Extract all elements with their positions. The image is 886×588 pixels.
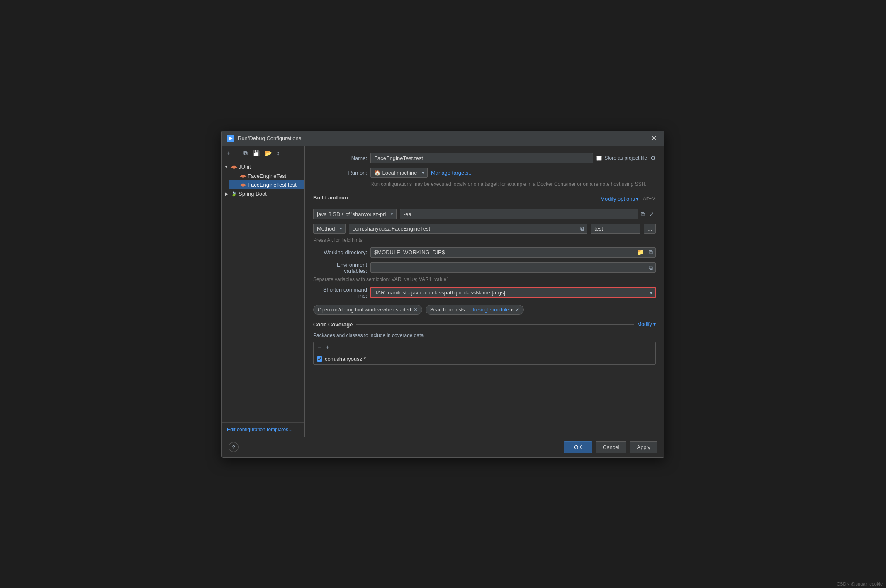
packages-list: com.shanyousz.* xyxy=(314,353,655,364)
packages-remove-btn[interactable]: − xyxy=(317,344,322,351)
right-panel: Name: Store as project file ⚙ Run on: 🏠 … xyxy=(305,146,664,437)
junit-arrow: ▾ xyxy=(225,165,229,169)
child-junit-icon-2: ◀▶ xyxy=(240,182,246,187)
help-button[interactable]: ? xyxy=(229,442,239,452)
working-directory-label: Working directory: xyxy=(313,249,367,255)
env-vars-input[interactable] xyxy=(371,263,646,272)
bottom-buttons: OK Cancel Apply xyxy=(564,441,657,453)
java-sdk-row: java 8 SDK of 'shanyousz-pri ⧉ ⤢ xyxy=(313,209,656,219)
apply-button[interactable]: Apply xyxy=(630,441,657,453)
tree-group-junit[interactable]: ▾ ◀▶ JUnit xyxy=(222,162,304,172)
env-vars-row: Environment variables: ⧉ xyxy=(313,262,656,274)
sort-config-button[interactable]: ↕ xyxy=(275,149,281,157)
edit-templates-link[interactable]: Edit configuration templates... xyxy=(222,422,304,437)
ea-input[interactable] xyxy=(400,209,638,219)
coverage-divider-line xyxy=(356,324,634,325)
package-checkbox[interactable] xyxy=(317,356,322,362)
shorten-row: Shorten command line: JAR manifest - jav… xyxy=(313,287,656,299)
tag-run-debug: Open run/debug tool window when started … xyxy=(313,305,422,315)
dots-button[interactable]: ... xyxy=(644,224,656,234)
run-on-label: Run on: xyxy=(313,170,367,176)
run-on-select[interactable]: 🏠 Local machine xyxy=(370,168,428,178)
build-run-label: Build and run xyxy=(313,194,348,201)
title-bar: ▶ Run/Debug Configurations ✕ xyxy=(222,131,664,146)
shorten-select[interactable]: JAR manifest - java -cp classpath.jar cl… xyxy=(370,287,656,298)
class-copy-btn[interactable]: ⧉ xyxy=(578,224,587,233)
tag-run-debug-label: Open run/debug tool window when started xyxy=(318,307,411,313)
tag-search-tests-close[interactable]: ✕ xyxy=(515,307,519,313)
cancel-button[interactable]: Cancel xyxy=(596,441,626,453)
gear-icon[interactable]: ⚙ xyxy=(650,155,656,161)
name-input[interactable] xyxy=(370,153,593,163)
ok-button[interactable]: OK xyxy=(564,441,592,453)
tree-group-spring-boot[interactable]: ▶ 🍃 Spring Boot xyxy=(222,189,304,199)
tags-row: Open run/debug tool window when started … xyxy=(313,305,656,315)
face-engine-test-test-label: FaceEngineTest.test xyxy=(248,182,297,188)
ea-expand-icon-btn[interactable]: ⤢ xyxy=(647,210,656,218)
face-engine-test-label: FaceEngineTest xyxy=(248,173,286,179)
tree-item-face-engine-test[interactable]: ◀▶ FaceEngineTest xyxy=(229,172,304,180)
add-config-button[interactable]: + xyxy=(225,149,232,157)
working-dir-folder-btn[interactable]: 📁 xyxy=(634,248,646,256)
name-row: Name: Store as project file ⚙ xyxy=(313,153,656,163)
spring-boot-label: Spring Boot xyxy=(239,191,267,197)
left-panel: + − ⧉ 💾 📂 ↕ ▾ ◀▶ JUnit ◀▶ FaceEngineTest xyxy=(222,146,305,437)
app-icon: ▶ xyxy=(227,135,234,142)
dialog-body: + − ⧉ 💾 📂 ↕ ▾ ◀▶ JUnit ◀▶ FaceEngineTest xyxy=(222,146,664,437)
packages-label: Packages and classes to include in cover… xyxy=(313,333,656,338)
packages-box: − + com.shanyousz.* xyxy=(313,342,656,365)
coverage-section: Code Coverage Modify ▾ Packages and clas… xyxy=(313,321,656,365)
open-config-button[interactable]: 📂 xyxy=(263,149,273,157)
tree-item-face-engine-test-test[interactable]: ◀▶ FaceEngineTest.test xyxy=(229,180,304,189)
run-on-dropdown-wrapper: 🏠 Local machine xyxy=(370,168,428,178)
spring-icon: 🍃 xyxy=(231,191,237,197)
shorten-select-wrapper: JAR manifest - java -cp classpath.jar cl… xyxy=(370,287,656,298)
run-debug-dialog: ▶ Run/Debug Configurations ✕ + − ⧉ 💾 📂 ↕… xyxy=(222,131,664,458)
store-as-project-file-label: Store as project file xyxy=(596,155,647,161)
config-toolbar: + − ⧉ 💾 📂 ↕ xyxy=(222,146,304,160)
tag-run-debug-close[interactable]: ✕ xyxy=(414,307,418,313)
copy-config-button[interactable]: ⧉ xyxy=(242,149,249,158)
junit-children: ◀▶ FaceEngineTest ◀▶ FaceEngineTest.test xyxy=(222,172,304,189)
modify-options-area: Modify options ▾ Alt+M xyxy=(600,196,656,202)
method-row: Method ⧉ ... xyxy=(313,224,656,234)
java-sdk-dropdown-wrapper: java 8 SDK of 'shanyousz-pri xyxy=(313,209,397,219)
tag-search-tests-value[interactable]: In single module xyxy=(473,307,509,313)
save-config-button[interactable]: 💾 xyxy=(251,149,261,157)
packages-toolbar: − + xyxy=(314,342,655,353)
modify-options-link[interactable]: Modify options ▾ xyxy=(600,196,639,202)
working-directory-row: Working directory: 📁 ⧉ xyxy=(313,247,656,258)
bottom-bar: ? OK Cancel Apply xyxy=(222,437,664,457)
remove-config-button[interactable]: − xyxy=(234,149,240,157)
run-on-row: Run on: 🏠 Local machine Manage targets..… xyxy=(313,168,656,178)
junit-group-label: JUnit xyxy=(239,164,251,170)
junit-icon: ◀▶ xyxy=(231,164,237,170)
tag-search-tests-chevron[interactable]: ▾ xyxy=(511,307,513,312)
package-item: com.shanyousz.* xyxy=(317,356,652,362)
packages-add-btn[interactable]: + xyxy=(325,344,330,351)
working-directory-input[interactable] xyxy=(371,248,634,257)
alt-m-hint: Alt+M xyxy=(643,196,656,202)
test-input[interactable] xyxy=(591,224,640,234)
press-alt-hint: Press Alt for field hints xyxy=(313,237,656,243)
build-run-section-header: Build and run Modify options ▾ Alt+M xyxy=(313,193,656,205)
config-tree: ▾ ◀▶ JUnit ◀▶ FaceEngineTest ◀▶ FaceEngi… xyxy=(222,160,304,422)
store-as-project-file-checkbox[interactable] xyxy=(596,156,602,161)
modify-options-label: Modify options xyxy=(600,196,635,202)
method-select[interactable]: Method xyxy=(313,224,346,234)
working-dir-copy-btn[interactable]: ⧉ xyxy=(646,248,655,257)
child-junit-icon-1: ◀▶ xyxy=(240,173,246,179)
env-vars-copy-btn[interactable]: ⧉ xyxy=(646,263,655,272)
method-select-wrapper: Method xyxy=(313,224,346,234)
tag-search-tests-label: Search for tests: xyxy=(430,307,466,313)
title-bar-left: ▶ Run/Debug Configurations xyxy=(227,135,301,142)
manage-targets-link[interactable]: Manage targets... xyxy=(431,170,473,176)
working-directory-input-wrapper: 📁 ⧉ xyxy=(370,247,656,258)
separate-vars-hint: Separate variables with semicolon: VAR=v… xyxy=(313,277,656,282)
ea-copy-icon-btn[interactable]: ⧉ xyxy=(639,210,647,219)
modify-link[interactable]: Modify ▾ xyxy=(637,321,656,327)
close-button[interactable]: ✕ xyxy=(649,134,659,143)
class-input[interactable] xyxy=(349,224,578,233)
java-sdk-select[interactable]: java 8 SDK of 'shanyousz-pri xyxy=(313,209,397,219)
code-coverage-label: Code Coverage xyxy=(313,321,353,328)
